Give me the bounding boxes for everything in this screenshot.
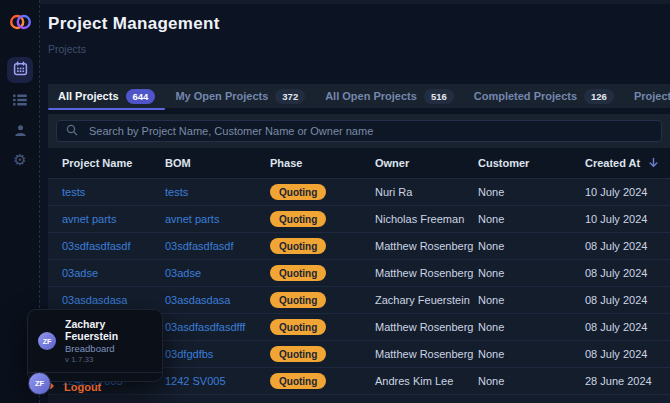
tab-all-projects[interactable]: All Projects644: [48, 84, 165, 108]
bom-link[interactable]: 03adse: [165, 267, 201, 279]
search-field[interactable]: [56, 120, 662, 142]
tab-completed-projects[interactable]: Completed Projects126: [464, 84, 624, 108]
tab-label: Completed Projects: [474, 90, 577, 102]
project-name-cell: avnet parts: [62, 213, 165, 225]
customer-cell: None: [478, 348, 585, 360]
tab-bar: All Projects644My Open Projects372All Op…: [48, 84, 670, 108]
breadcrumb[interactable]: Projects: [48, 43, 86, 55]
owner-cell: Matthew Rosenberg: [375, 348, 478, 360]
table-header-row: Project NameBOMPhaseOwnerCustomerCreated…: [48, 148, 670, 178]
customer-cell: None: [478, 321, 585, 333]
phase-badge: Quoting: [270, 373, 326, 389]
created-at-cell: 08 July 2024: [585, 267, 670, 279]
project-link[interactable]: 03sdfasdfasdf: [62, 240, 131, 252]
user-icon: [14, 123, 27, 141]
user-menu-profile: ZF Zachary Feuerstein Breadboard v 1.7.3…: [28, 310, 162, 370]
brand-logo-icon[interactable]: [10, 12, 31, 32]
table-row[interactable]: avnet partsavnet partsQuotingNicholas Fr…: [48, 205, 670, 232]
tab-label: My Open Projects: [175, 90, 268, 102]
logout-label: Logout: [64, 381, 101, 393]
tab-count-badge: 372: [275, 89, 305, 104]
column-header-phase[interactable]: Phase: [270, 157, 375, 169]
bom-cell: 03asdasdasa: [165, 294, 270, 306]
bom-cell: 03sdfasdfasdf: [165, 240, 270, 252]
created-at-cell: 08 July 2024: [585, 240, 670, 252]
customer-cell: None: [478, 267, 585, 279]
column-header-customer[interactable]: Customer: [478, 157, 585, 169]
project-link[interactable]: tests: [62, 186, 85, 198]
column-header-owner[interactable]: Owner: [375, 157, 478, 169]
owner-cell: Nicholas Freeman: [375, 213, 478, 225]
column-header-project-name[interactable]: Project Name: [62, 157, 165, 169]
phase-badge: Quoting: [270, 184, 326, 200]
sort-descending-icon[interactable]: [648, 157, 659, 170]
sidebar-item-list[interactable]: [7, 88, 33, 114]
project-link[interactable]: avnet parts: [62, 213, 116, 225]
column-header-bom[interactable]: BOM: [165, 157, 270, 169]
tab-all-open-projects[interactable]: All Open Projects516: [315, 84, 464, 108]
project-name-cell: tests: [62, 186, 165, 198]
calendar-icon: [13, 61, 28, 80]
settings-icon: ⚙: [13, 152, 26, 167]
customer-cell: None: [478, 213, 585, 225]
phase-badge: Quoting: [270, 292, 326, 308]
tab-projects-on-hold[interactable]: Projects On Hold2: [624, 84, 670, 108]
created-at-cell: 08 July 2024: [585, 294, 670, 306]
project-name-cell: 03adse: [62, 267, 165, 279]
column-header-created-at[interactable]: Created At: [585, 157, 670, 170]
table-row[interactable]: teststestsQuotingNuri RaNone10 July 2024: [48, 178, 670, 205]
phase-cell: Quoting: [270, 238, 375, 254]
phase-cell: Quoting: [270, 373, 375, 389]
owner-cell: Matthew Rosenberg: [375, 267, 478, 279]
tab-my-open-projects[interactable]: My Open Projects372: [165, 84, 315, 108]
page-title: Project Management: [48, 14, 220, 34]
tab-label: All Open Projects: [325, 90, 417, 102]
bom-link[interactable]: 03dfgdfbs: [165, 348, 213, 360]
user-avatar[interactable]: ZF: [28, 372, 51, 395]
bom-link[interactable]: avnet parts: [165, 213, 219, 225]
bom-cell: 03dfgdfbs: [165, 348, 270, 360]
customer-cell: None: [478, 186, 585, 198]
phase-badge: Quoting: [270, 211, 326, 227]
project-link[interactable]: 03asdasdasa: [62, 294, 127, 306]
bom-cell: avnet parts: [165, 213, 270, 225]
bom-link[interactable]: 03asdasdasa: [165, 294, 230, 306]
project-name-cell: 03sdfasdfasdf: [62, 240, 165, 252]
tab-count-badge: 644: [126, 89, 156, 104]
sidebar-item-projects[interactable]: [7, 57, 33, 83]
created-at-cell: 10 July 2024: [585, 186, 670, 198]
bom-link[interactable]: tests: [165, 186, 188, 198]
tab-label: Projects On Hold: [634, 90, 670, 102]
tab-count-badge: 126: [584, 89, 614, 104]
sidebar-item-users[interactable]: [7, 119, 33, 145]
customer-cell: None: [478, 375, 585, 387]
phase-cell: Quoting: [270, 292, 375, 308]
owner-cell: Matthew Rosenberg: [375, 321, 478, 333]
project-name-cell: 03asdasdasa: [62, 294, 165, 306]
user-menu-name: Zachary Feuerstein: [65, 318, 152, 342]
project-link[interactable]: 03adse: [62, 267, 98, 279]
bom-link[interactable]: 03sdfasdfasdf: [165, 240, 234, 252]
phase-badge: Quoting: [270, 238, 326, 254]
phase-cell: Quoting: [270, 265, 375, 281]
sidebar-item-settings[interactable]: ⚙: [7, 146, 33, 172]
created-at-cell: 08 July 2024: [585, 321, 670, 333]
owner-cell: Zachary Feuerstein: [375, 294, 478, 306]
bom-link[interactable]: 03asdfasdfasdfff: [165, 321, 245, 333]
bom-cell: 03adse: [165, 267, 270, 279]
owner-cell: Andres Kim Lee: [375, 375, 478, 387]
phase-cell: Quoting: [270, 346, 375, 362]
owner-cell: Matthew Rosenberg: [375, 240, 478, 252]
created-at-cell: 08 July 2024: [585, 348, 670, 360]
phase-cell: Quoting: [270, 184, 375, 200]
app-version: v 1.7.33: [65, 355, 152, 364]
table-row[interactable]: 03adse03adseQuotingMatthew RosenbergNone…: [48, 259, 670, 286]
phase-badge: Quoting: [270, 265, 326, 281]
user-menu-avatar: ZF: [38, 332, 56, 350]
search-input[interactable]: [87, 124, 652, 138]
bom-link[interactable]: 1242 SV005: [165, 375, 226, 387]
search-panel: [48, 114, 670, 148]
user-menu-organization: Breadboard: [65, 343, 152, 354]
table-row[interactable]: 03sdfasdfasdf03sdfasdfasdfQuotingMatthew…: [48, 232, 670, 259]
bom-cell: 03asdfasdfasdfff: [165, 321, 270, 333]
